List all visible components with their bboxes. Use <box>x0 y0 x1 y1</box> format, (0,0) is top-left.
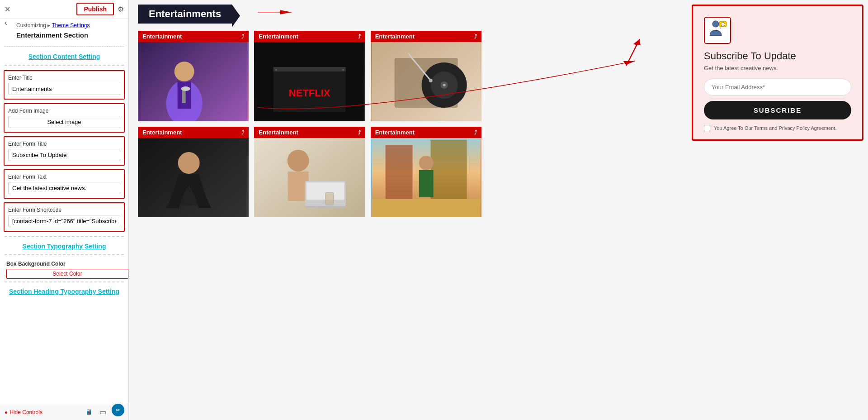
card-6-share-icon[interactable]: ⤴ <box>474 129 477 136</box>
enter-form-shortcode-label: Enter Form Shortcode <box>8 207 120 213</box>
select-color-button[interactable]: Select Color <box>6 269 128 279</box>
enter-form-text-input[interactable] <box>8 182 120 194</box>
select-image-button[interactable]: Select image <box>8 116 120 128</box>
svg-rect-28 <box>305 206 346 208</box>
card-3-label-bar: Entertainment ⤴ <box>371 31 481 42</box>
panel-section-title: Entertainment Section <box>0 30 128 43</box>
card-3-label: Entertainment <box>375 33 415 40</box>
card-6: Entertainment ⤴ <box>371 127 481 217</box>
hide-controls-label: Hide Controls <box>9 409 42 415</box>
svg-point-17 <box>443 84 445 86</box>
eye-icon: ● <box>5 409 8 415</box>
section-content-heading: Section Content Setting <box>0 50 128 62</box>
hide-controls-button[interactable]: ● Hide Controls <box>5 409 42 415</box>
enter-title-input[interactable] <box>8 83 120 95</box>
svg-rect-35 <box>372 199 480 217</box>
divider-2 <box>5 65 124 66</box>
card-4-share-icon[interactable]: ⤴ <box>241 129 244 136</box>
card-6-label: Entertainment <box>375 129 415 136</box>
svg-point-37 <box>712 21 719 27</box>
svg-rect-4 <box>182 90 186 103</box>
gear-button[interactable]: ⚙ <box>118 5 124 14</box>
desktop-icon-button[interactable]: 🖥 <box>83 407 94 417</box>
card-6-image <box>371 127 481 217</box>
card-2-image: NETFLIX <box>254 31 365 121</box>
card-2-label: Entertainment <box>259 33 298 40</box>
card-4: Entertainment ⤴ <box>138 127 249 217</box>
enter-form-text-label: Enter Form Text <box>8 174 120 180</box>
widget-terms-checkbox[interactable] <box>704 125 710 131</box>
card-5-share-icon[interactable]: ⤴ <box>358 129 361 136</box>
card-1-share-icon[interactable]: ⤴ <box>241 33 244 40</box>
enter-title-label: Enter Title <box>8 75 120 81</box>
card-5-label: Entertainment <box>259 129 298 136</box>
card-2-label-bar: Entertainment ⤴ <box>254 31 365 42</box>
card-grid: Entertainment ⤴ NETFLIX Entert <box>138 31 481 217</box>
card-1-label: Entertainment <box>142 33 182 40</box>
svg-rect-29 <box>326 192 334 205</box>
entertainments-title: Entertainments <box>149 8 221 19</box>
svg-rect-34 <box>419 170 433 197</box>
svg-rect-10 <box>275 69 277 71</box>
back-button[interactable]: ‹ <box>5 18 7 28</box>
card-5: Entertainment ⤴ <box>254 127 365 217</box>
divider-5 <box>5 282 124 282</box>
card-5-image <box>254 127 365 217</box>
content-inner: Entertainments Ente <box>129 0 868 226</box>
widget-title: Subscribe To Update <box>704 50 851 62</box>
svg-line-43 <box>626 39 640 66</box>
svg-rect-32 <box>430 140 467 199</box>
enter-form-text-group: Enter Form Text <box>4 169 125 199</box>
svg-point-24 <box>288 150 309 172</box>
widget-subscribe-button[interactable]: SUBSCRIBE <box>704 101 851 119</box>
card-6-label-bar: Entertainment ⤴ <box>371 127 481 138</box>
left-panel: ✕ Publish ⚙ ‹ Customizing ▸ Theme Settin… <box>0 0 129 420</box>
bottom-controls: ● Hide Controls 🖥 ▭ 📱 ✏ <box>0 404 129 420</box>
typography-heading: Section Typography Setting <box>0 240 128 252</box>
panel-close-button[interactable]: ✕ <box>5 5 10 14</box>
breadcrumb-link[interactable]: Theme Settings <box>52 22 90 29</box>
blue-circle-button[interactable]: ✏ <box>112 404 124 416</box>
enter-title-group: Enter Title <box>4 70 125 100</box>
enter-form-shortcode-input[interactable] <box>8 215 120 227</box>
card-3-share-icon[interactable]: ⤴ <box>474 33 477 40</box>
divider-4 <box>5 254 124 255</box>
card-4-image <box>138 127 249 217</box>
breadcrumb-prefix: Customizing ▸ <box>16 22 50 29</box>
svg-rect-8 <box>274 67 346 72</box>
card-4-label: Entertainment <box>142 129 182 136</box>
card-2: NETFLIX Entertainment ⤴ <box>254 31 365 121</box>
divider-1 <box>5 46 124 47</box>
svg-text:NETFLIX: NETFLIX <box>289 87 330 99</box>
section-heading-typo: Section Heading Typography Setting <box>0 285 128 297</box>
box-bg-color-label: Box Background Color <box>0 258 128 269</box>
enter-form-shortcode-group: Enter Form Shortcode <box>4 202 125 232</box>
svg-rect-31 <box>385 145 412 199</box>
card-1-label-bar: Entertainment ⤴ <box>138 31 249 42</box>
widget-terms-row: You Agree To Our Terms and Privacy Polic… <box>704 125 851 131</box>
widget-terms-text: You Agree To Our Terms and Privacy Polic… <box>714 125 836 131</box>
widget-icon-box: 💬 <box>704 17 731 44</box>
svg-rect-11 <box>342 69 344 71</box>
pencil-icon: ✏ <box>116 407 120 413</box>
card-5-label-bar: Entertainment ⤴ <box>254 127 365 138</box>
widget-email-input[interactable] <box>704 79 851 95</box>
card-1: Entertainment ⤴ <box>138 31 249 121</box>
divider-3 <box>5 236 124 237</box>
section-title-dark: Entertainments <box>138 5 232 24</box>
add-form-image-group: Add Form Image Select image <box>4 103 125 133</box>
svg-point-21 <box>178 152 200 174</box>
enter-form-title-input[interactable] <box>8 149 120 161</box>
panel-top-bar: ✕ Publish ⚙ <box>0 0 128 19</box>
publish-button[interactable]: Publish <box>76 3 114 15</box>
enter-form-title-label: Enter Form Title <box>8 141 120 147</box>
add-form-image-label: Add Form Image <box>8 108 120 114</box>
svg-point-19 <box>429 79 432 82</box>
widget-subtitle: Get the latest creative news. <box>704 65 851 72</box>
svg-text:💬: 💬 <box>721 22 725 27</box>
card-3: Entertainment ⤴ <box>371 31 481 121</box>
enter-form-title-group: Enter Form Title <box>4 136 125 166</box>
card-2-share-icon[interactable]: ⤴ <box>358 33 361 40</box>
card-1-image <box>138 31 249 121</box>
tablet-icon-button[interactable]: ▭ <box>98 407 108 417</box>
